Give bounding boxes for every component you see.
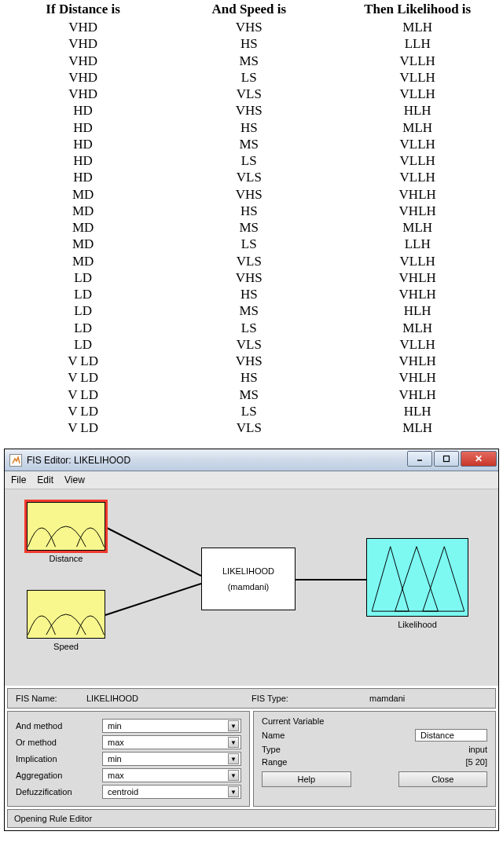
- method-value: max: [108, 771, 124, 780]
- table-cell: MS: [166, 136, 332, 152]
- col-header-speed: And Speed is: [166, 0, 332, 19]
- table-cell: MLH: [332, 219, 503, 236]
- table-cell: HS: [166, 203, 332, 219]
- table-cell: MD: [0, 236, 166, 252]
- table-cell: MLH: [332, 320, 503, 336]
- table-cell: VLLH: [332, 86, 503, 102]
- table-row: V LDVLSMLH: [0, 419, 503, 436]
- current-var-value[interactable]: Distance: [415, 729, 487, 742]
- maximize-button[interactable]: [434, 451, 459, 467]
- table-row: LDVLSVLLH: [0, 336, 503, 353]
- table-cell: LS: [166, 403, 332, 419]
- input-variable-distance[interactable]: [27, 502, 105, 551]
- table-row: MDHSVHLH: [0, 203, 503, 219]
- method-row: And methodmin▼: [16, 719, 241, 733]
- table-cell: LS: [166, 152, 332, 169]
- matlab-icon: [9, 454, 22, 467]
- status-bar: Opening Rule Editor: [7, 809, 496, 828]
- menu-view[interactable]: View: [64, 474, 85, 485]
- menu-edit[interactable]: Edit: [37, 474, 53, 485]
- table-cell: VHD: [0, 35, 166, 52]
- table-cell: VHS: [166, 186, 332, 203]
- table-row: V LDVHSVHLH: [0, 353, 503, 369]
- menu-file[interactable]: File: [11, 474, 26, 485]
- table-cell: VHLH: [332, 269, 503, 286]
- method-row: Defuzzificationcentroid▼: [16, 785, 241, 799]
- table-cell: VHLH: [332, 353, 503, 369]
- menubar: File Edit View: [5, 471, 498, 489]
- table-cell: HS: [166, 286, 332, 302]
- table-cell: MS: [166, 302, 332, 319]
- table-cell: VLLH: [332, 53, 503, 69]
- table-cell: LD: [0, 320, 166, 336]
- method-select[interactable]: max▼: [102, 735, 241, 749]
- table-cell: HLH: [332, 302, 503, 319]
- fis-info-panel: FIS Name: LIKELIHOOD FIS Type: mamdani: [7, 688, 496, 709]
- table-cell: V LD: [0, 419, 166, 436]
- table-row: VHDVLSVLLH: [0, 86, 503, 102]
- table-cell: HLH: [332, 403, 503, 419]
- table-cell: VLS: [166, 86, 332, 102]
- method-select[interactable]: centroid▼: [102, 785, 241, 799]
- fis-name-value: LIKELIHOOD: [86, 694, 252, 703]
- current-var-row: Range[5 20]: [262, 757, 487, 767]
- table-row: MDMSMLH: [0, 219, 503, 236]
- output-variable-likelihood[interactable]: [366, 538, 468, 617]
- table-row: MDVLSVLLH: [0, 253, 503, 269]
- fis-name-label: FIS Name:: [16, 694, 86, 703]
- table-cell: LS: [166, 320, 332, 336]
- table-cell: LD: [0, 286, 166, 302]
- method-label: Implication: [16, 754, 102, 764]
- help-button[interactable]: Help: [262, 771, 351, 787]
- rules-table: If Distance is And Speed is Then Likelih…: [0, 0, 503, 436]
- table-cell: VLS: [166, 336, 332, 353]
- table-cell: MLH: [332, 419, 503, 436]
- chevron-down-icon[interactable]: ▼: [228, 770, 239, 781]
- method-select[interactable]: max▼: [102, 768, 241, 782]
- current-var-row: Typeinput: [262, 745, 487, 754]
- table-cell: MD: [0, 203, 166, 219]
- chevron-down-icon[interactable]: ▼: [228, 753, 239, 764]
- table-cell: LS: [166, 236, 332, 252]
- current-var-row: NameDistance: [262, 729, 487, 742]
- close-button[interactable]: Close: [398, 771, 488, 787]
- current-variable-panel: Current Variable NameDistanceTypeinputRa…: [253, 711, 496, 807]
- method-value: max: [108, 738, 124, 747]
- fis-type-label: FIS Type:: [252, 694, 369, 703]
- table-cell: V LD: [0, 369, 166, 386]
- table-cell: MS: [166, 219, 332, 236]
- table-row: VHDHSLLH: [0, 35, 503, 52]
- current-var-label: Range: [262, 757, 325, 767]
- method-select[interactable]: min▼: [102, 752, 241, 766]
- svg-line-2: [105, 527, 201, 576]
- titlebar[interactable]: FIS Editor: LIKELIHOOD ✕: [5, 449, 498, 471]
- input-variable-speed[interactable]: [27, 590, 105, 639]
- table-row: VHDMSVLLH: [0, 53, 503, 69]
- method-label: And method: [16, 721, 102, 731]
- chevron-down-icon[interactable]: ▼: [228, 786, 239, 797]
- table-row: V LDHSVHLH: [0, 369, 503, 386]
- table-row: HDHSMLH: [0, 119, 503, 136]
- table-cell: VHS: [166, 19, 332, 35]
- table-cell: VHLH: [332, 369, 503, 386]
- table-cell: VLS: [166, 419, 332, 436]
- chevron-down-icon[interactable]: ▼: [228, 737, 239, 748]
- method-select[interactable]: min▼: [102, 719, 241, 733]
- close-window-button[interactable]: ✕: [461, 451, 497, 467]
- table-cell: MD: [0, 186, 166, 203]
- table-cell: MLH: [332, 119, 503, 136]
- table-cell: VLS: [166, 253, 332, 269]
- rule-block-name: LIKELIHOOD: [222, 566, 274, 576]
- chevron-down-icon[interactable]: ▼: [228, 720, 239, 731]
- table-row: HDLSVLLH: [0, 152, 503, 169]
- table-cell: VLLH: [332, 336, 503, 353]
- current-var-label: Type: [262, 745, 325, 754]
- rule-block[interactable]: LIKELIHOOD (mamdani): [201, 548, 296, 610]
- table-row: VHDLSVLLH: [0, 69, 503, 86]
- table-cell: HD: [0, 169, 166, 185]
- table-cell: VLLH: [332, 152, 503, 169]
- minimize-button[interactable]: [407, 451, 432, 467]
- method-value: centroid: [108, 787, 138, 797]
- method-label: Defuzzification: [16, 787, 102, 797]
- method-row: Implicationmin▼: [16, 752, 241, 766]
